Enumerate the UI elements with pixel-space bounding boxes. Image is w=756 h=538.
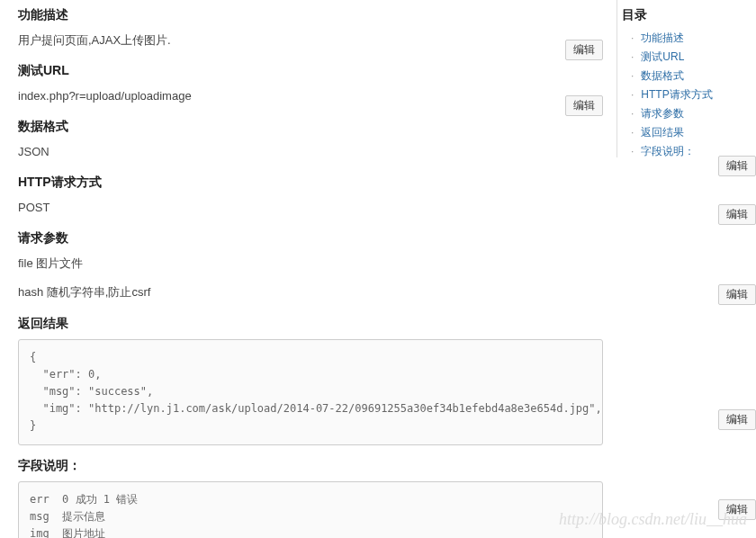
body-desc: 用户提问页面,AJAX上传图片. xyxy=(18,31,603,50)
toc-item: 请求参数 xyxy=(631,106,756,121)
code-result: { "err": 0, "msg": "success", "img": "ht… xyxy=(18,339,603,445)
section-fields: 字段说明： err 0 成功 1 错误 msg 提示信息 img 图片地址 xyxy=(18,458,603,539)
edit-button[interactable]: 编辑 xyxy=(718,409,756,430)
edit-button[interactable]: 编辑 xyxy=(565,95,603,116)
section-url: 测试URL index.php?r=upload/uploadimage 编辑 xyxy=(18,63,603,106)
edit-button[interactable]: 编辑 xyxy=(718,284,756,305)
body-params-line2: hash 随机字符串,防止csrf xyxy=(18,282,603,302)
heading-desc: 功能描述 xyxy=(18,7,603,23)
heading-url: 测试URL xyxy=(18,63,603,79)
heading-fields: 字段说明： xyxy=(18,458,603,474)
toc-item: 功能描述 xyxy=(631,31,756,46)
toc-list: 功能描述 测试URL 数据格式 HTTP请求方式 请求参数 返回结果 字段说明： xyxy=(622,31,756,159)
body-method: POST xyxy=(18,198,603,218)
toc-heading: 目录 xyxy=(622,7,756,23)
heading-method: HTTP请求方式 xyxy=(18,175,603,191)
toc-link-params[interactable]: 请求参数 xyxy=(641,107,684,120)
edit-button[interactable]: 编辑 xyxy=(718,156,756,176)
toc-item: 数据格式 xyxy=(631,68,756,84)
toc-link-method[interactable]: HTTP请求方式 xyxy=(641,88,712,101)
body-format: JSON xyxy=(18,142,603,162)
heading-params: 请求参数 xyxy=(18,230,603,247)
body-params-line1: file 图片文件 xyxy=(18,254,603,273)
section-params: 请求参数 file 图片文件 hash 随机字符串,防止csrf xyxy=(18,230,603,302)
heading-format: 数据格式 xyxy=(18,119,603,135)
toc-sidebar: 目录 功能描述 测试URL 数据格式 HTTP请求方式 请求参数 返回结果 字段… xyxy=(616,0,756,157)
section-format: 数据格式 JSON xyxy=(18,119,603,162)
edit-button[interactable]: 编辑 xyxy=(718,499,756,520)
main-content: 功能描述 用户提问页面,AJAX上传图片. 编辑 测试URL index.php… xyxy=(0,0,603,538)
heading-result: 返回结果 xyxy=(18,316,603,332)
section-result: 返回结果 { "err": 0, "msg": "success", "img"… xyxy=(18,316,603,445)
edit-button[interactable]: 编辑 xyxy=(565,40,603,60)
toc-link-fields[interactable]: 字段说明： xyxy=(641,145,695,157)
section-method: HTTP请求方式 POST xyxy=(18,175,603,218)
toc-link-url[interactable]: 测试URL xyxy=(641,50,684,63)
toc-item: 测试URL xyxy=(631,49,756,65)
toc-item: HTTP请求方式 xyxy=(631,87,756,103)
toc-link-result[interactable]: 返回结果 xyxy=(641,126,684,139)
body-url: index.php?r=upload/uploadimage xyxy=(18,86,603,106)
toc-link-format[interactable]: 数据格式 xyxy=(641,69,684,82)
edit-button[interactable]: 编辑 xyxy=(718,204,756,225)
toc-item: 返回结果 xyxy=(631,125,756,140)
toc-link-desc[interactable]: 功能描述 xyxy=(641,31,684,44)
section-desc: 功能描述 用户提问页面,AJAX上传图片. 编辑 xyxy=(18,7,603,50)
code-fields: err 0 成功 1 错误 msg 提示信息 img 图片地址 xyxy=(18,481,603,539)
